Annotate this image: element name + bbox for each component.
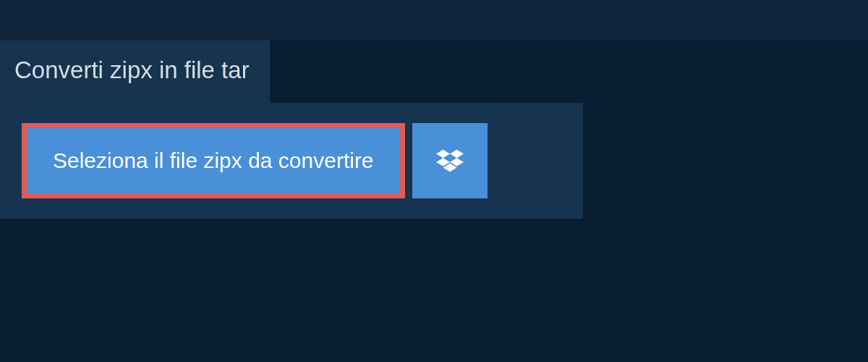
select-file-button[interactable]: Seleziona il file zipx da convertire [22, 123, 405, 198]
top-bar [0, 0, 868, 41]
title-box: Converti zipx in file tar [0, 41, 270, 103]
page-title: Converti zipx in file tar [14, 56, 250, 83]
dropbox-icon [436, 147, 464, 174]
button-row: Seleziona il file zipx da convertire [22, 123, 583, 198]
content-area: Seleziona il file zipx da convertire [0, 103, 583, 219]
dropbox-button[interactable] [412, 123, 488, 198]
